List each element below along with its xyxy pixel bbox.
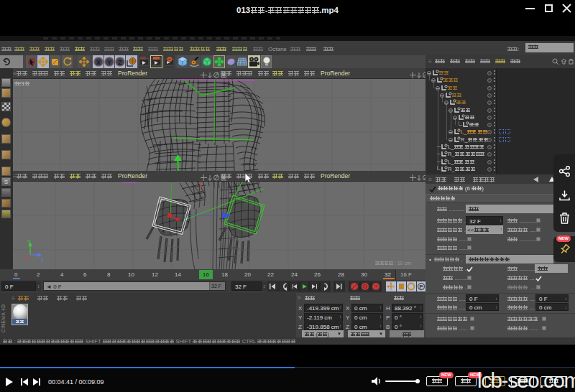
- svg-text:?: ?: [374, 284, 378, 290]
- svg-text:X: X: [96, 59, 101, 66]
- svg-text:Y: Y: [27, 239, 31, 244]
- svg-text:Z: Z: [118, 59, 122, 66]
- svg-text:Z: Z: [41, 258, 45, 263]
- svg-text:P: P: [419, 284, 423, 290]
- svg-text:Y: Y: [107, 59, 111, 66]
